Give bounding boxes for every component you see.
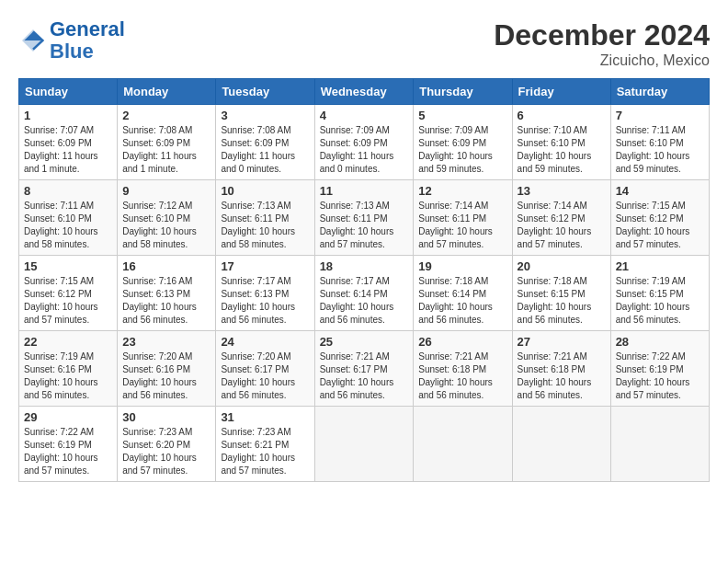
day-number: 2	[122, 109, 210, 122]
logo-icon	[18, 26, 48, 55]
calendar-day-cell	[610, 407, 709, 482]
day-number: 22	[24, 335, 112, 349]
calendar-day-cell: 10Sunrise: 7:13 AM Sunset: 6:11 PM Dayli…	[216, 180, 314, 256]
day-number: 3	[221, 109, 309, 122]
logo-text: General Blue	[50, 18, 125, 63]
weekday-header-cell: Friday	[512, 79, 610, 105]
day-info: Sunrise: 7:17 AM Sunset: 6:13 PM Dayligh…	[221, 275, 309, 327]
day-number: 16	[122, 259, 210, 273]
calendar-day-cell: 26Sunrise: 7:21 AM Sunset: 6:18 PM Dayli…	[414, 331, 512, 407]
calendar-header-row: SundayMondayTuesdayWednesdayThursdayFrid…	[19, 79, 710, 105]
calendar-day-cell: 16Sunrise: 7:16 AM Sunset: 6:13 PM Dayli…	[118, 256, 216, 331]
calendar-body: 1Sunrise: 7:07 AM Sunset: 6:09 PM Daylig…	[19, 105, 710, 482]
day-info: Sunrise: 7:14 AM Sunset: 6:12 PM Dayligh…	[518, 200, 606, 251]
day-info: Sunrise: 7:14 AM Sunset: 6:11 PM Dayligh…	[418, 200, 506, 251]
calendar-day-cell: 13Sunrise: 7:14 AM Sunset: 6:12 PM Dayli…	[512, 180, 610, 256]
day-number: 15	[24, 259, 112, 273]
day-info: Sunrise: 7:20 AM Sunset: 6:17 PM Dayligh…	[221, 350, 309, 402]
calendar-day-cell: 28Sunrise: 7:22 AM Sunset: 6:19 PM Dayli…	[610, 331, 709, 407]
day-number: 21	[616, 259, 704, 273]
calendar-day-cell	[314, 407, 414, 482]
day-info: Sunrise: 7:23 AM Sunset: 6:21 PM Dayligh…	[221, 426, 309, 477]
logo: General Blue	[18, 18, 125, 63]
calendar-day-cell	[512, 407, 610, 482]
day-number: 11	[320, 184, 409, 198]
calendar-week-row: 29Sunrise: 7:22 AM Sunset: 6:19 PM Dayli…	[19, 407, 710, 482]
calendar-day-cell: 8Sunrise: 7:11 AM Sunset: 6:10 PM Daylig…	[19, 180, 118, 256]
day-info: Sunrise: 7:19 AM Sunset: 6:16 PM Dayligh…	[24, 350, 112, 402]
calendar-day-cell: 18Sunrise: 7:17 AM Sunset: 6:14 PM Dayli…	[314, 256, 414, 331]
calendar-day-cell: 20Sunrise: 7:18 AM Sunset: 6:15 PM Dayli…	[512, 256, 610, 331]
calendar-day-cell: 21Sunrise: 7:19 AM Sunset: 6:15 PM Dayli…	[610, 256, 709, 331]
calendar-day-cell: 11Sunrise: 7:13 AM Sunset: 6:11 PM Dayli…	[314, 180, 414, 256]
month-title: December 2024	[494, 18, 710, 52]
calendar-day-cell: 7Sunrise: 7:11 AM Sunset: 6:10 PM Daylig…	[610, 105, 709, 180]
day-info: Sunrise: 7:13 AM Sunset: 6:11 PM Dayligh…	[221, 200, 309, 251]
day-info: Sunrise: 7:18 AM Sunset: 6:15 PM Dayligh…	[518, 275, 606, 327]
calendar-day-cell: 6Sunrise: 7:10 AM Sunset: 6:10 PM Daylig…	[512, 105, 610, 180]
calendar-day-cell: 31Sunrise: 7:23 AM Sunset: 6:21 PM Dayli…	[216, 407, 314, 482]
day-number: 25	[320, 335, 409, 349]
day-number: 6	[518, 109, 606, 122]
day-number: 26	[418, 335, 506, 349]
day-info: Sunrise: 7:11 AM Sunset: 6:10 PM Dayligh…	[616, 124, 704, 176]
day-info: Sunrise: 7:08 AM Sunset: 6:09 PM Dayligh…	[221, 124, 309, 176]
weekday-header-cell: Saturday	[610, 79, 709, 105]
logo-line2: Blue	[50, 40, 94, 63]
day-number: 29	[24, 410, 112, 424]
calendar-week-row: 1Sunrise: 7:07 AM Sunset: 6:09 PM Daylig…	[19, 105, 710, 180]
weekday-header-cell: Sunday	[19, 79, 118, 105]
calendar-day-cell: 25Sunrise: 7:21 AM Sunset: 6:17 PM Dayli…	[314, 331, 414, 407]
day-info: Sunrise: 7:09 AM Sunset: 6:09 PM Dayligh…	[418, 124, 506, 176]
day-number: 5	[418, 109, 506, 122]
calendar-day-cell: 14Sunrise: 7:15 AM Sunset: 6:12 PM Dayli…	[610, 180, 709, 256]
day-info: Sunrise: 7:10 AM Sunset: 6:10 PM Dayligh…	[518, 124, 606, 176]
day-info: Sunrise: 7:09 AM Sunset: 6:09 PM Dayligh…	[320, 124, 409, 176]
day-number: 27	[518, 335, 606, 349]
calendar-day-cell: 2Sunrise: 7:08 AM Sunset: 6:09 PM Daylig…	[118, 105, 216, 180]
weekday-header-cell: Thursday	[414, 79, 512, 105]
day-number: 8	[24, 184, 112, 198]
calendar-day-cell: 5Sunrise: 7:09 AM Sunset: 6:09 PM Daylig…	[414, 105, 512, 180]
location: Zicuicho, Mexico	[494, 52, 710, 69]
calendar-day-cell: 3Sunrise: 7:08 AM Sunset: 6:09 PM Daylig…	[216, 105, 314, 180]
logo-line1: General	[50, 17, 125, 40]
day-info: Sunrise: 7:23 AM Sunset: 6:20 PM Dayligh…	[122, 426, 210, 477]
day-number: 28	[616, 335, 704, 349]
calendar-week-row: 8Sunrise: 7:11 AM Sunset: 6:10 PM Daylig…	[19, 180, 710, 256]
day-info: Sunrise: 7:22 AM Sunset: 6:19 PM Dayligh…	[24, 426, 112, 477]
calendar-day-cell: 30Sunrise: 7:23 AM Sunset: 6:20 PM Dayli…	[118, 407, 216, 482]
calendar-day-cell: 27Sunrise: 7:21 AM Sunset: 6:18 PM Dayli…	[512, 331, 610, 407]
calendar-day-cell: 22Sunrise: 7:19 AM Sunset: 6:16 PM Dayli…	[19, 331, 118, 407]
day-number: 9	[122, 184, 210, 198]
calendar-day-cell: 9Sunrise: 7:12 AM Sunset: 6:10 PM Daylig…	[118, 180, 216, 256]
day-number: 20	[518, 259, 606, 273]
day-number: 12	[418, 184, 506, 198]
day-info: Sunrise: 7:15 AM Sunset: 6:12 PM Dayligh…	[24, 275, 112, 327]
weekday-header-cell: Wednesday	[314, 79, 414, 105]
calendar-day-cell	[414, 407, 512, 482]
day-info: Sunrise: 7:11 AM Sunset: 6:10 PM Dayligh…	[24, 200, 112, 251]
day-number: 18	[320, 259, 409, 273]
day-number: 30	[122, 410, 210, 424]
calendar-day-cell: 1Sunrise: 7:07 AM Sunset: 6:09 PM Daylig…	[19, 105, 118, 180]
calendar-day-cell: 12Sunrise: 7:14 AM Sunset: 6:11 PM Dayli…	[414, 180, 512, 256]
day-number: 23	[122, 335, 210, 349]
day-info: Sunrise: 7:21 AM Sunset: 6:18 PM Dayligh…	[418, 350, 506, 402]
day-info: Sunrise: 7:21 AM Sunset: 6:18 PM Dayligh…	[518, 350, 606, 402]
calendar-table: SundayMondayTuesdayWednesdayThursdayFrid…	[18, 78, 710, 482]
day-info: Sunrise: 7:17 AM Sunset: 6:14 PM Dayligh…	[320, 275, 409, 327]
day-info: Sunrise: 7:12 AM Sunset: 6:10 PM Dayligh…	[122, 200, 210, 251]
day-info: Sunrise: 7:22 AM Sunset: 6:19 PM Dayligh…	[616, 350, 704, 402]
day-info: Sunrise: 7:07 AM Sunset: 6:09 PM Dayligh…	[24, 124, 112, 176]
day-info: Sunrise: 7:08 AM Sunset: 6:09 PM Dayligh…	[122, 124, 210, 176]
day-info: Sunrise: 7:15 AM Sunset: 6:12 PM Dayligh…	[616, 200, 704, 251]
calendar-day-cell: 4Sunrise: 7:09 AM Sunset: 6:09 PM Daylig…	[314, 105, 414, 180]
calendar-day-cell: 23Sunrise: 7:20 AM Sunset: 6:16 PM Dayli…	[118, 331, 216, 407]
day-number: 4	[320, 109, 409, 122]
calendar-day-cell: 15Sunrise: 7:15 AM Sunset: 6:12 PM Dayli…	[19, 256, 118, 331]
calendar-week-row: 15Sunrise: 7:15 AM Sunset: 6:12 PM Dayli…	[19, 256, 710, 331]
day-number: 1	[24, 109, 112, 122]
day-info: Sunrise: 7:19 AM Sunset: 6:15 PM Dayligh…	[616, 275, 704, 327]
day-number: 14	[616, 184, 704, 198]
